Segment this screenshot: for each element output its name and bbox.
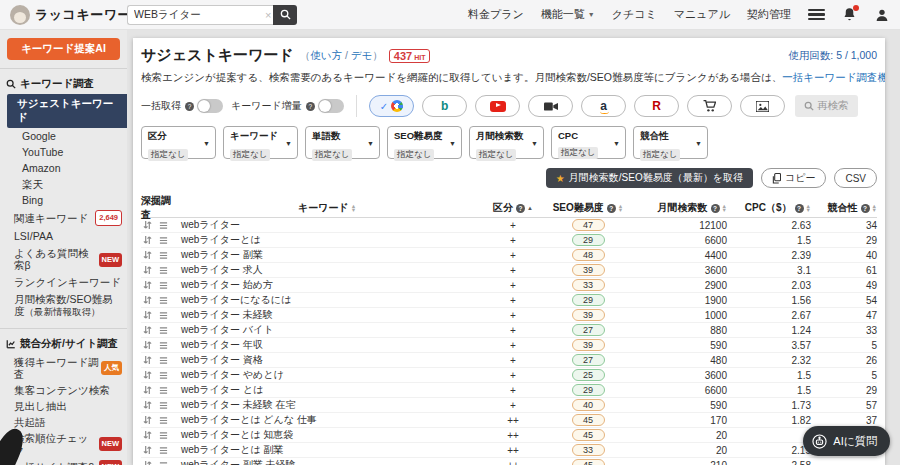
filter-dropdown[interactable]: CPC 指定なし ▼ — [551, 126, 626, 159]
dig-deeper-icon[interactable] — [143, 310, 152, 320]
row-menu-icon[interactable] — [159, 356, 168, 365]
engine-tab-google-image[interactable] — [740, 95, 785, 117]
col-cpc[interactable]: CPC（$）?▲▼ — [727, 201, 811, 215]
nav-reviews[interactable]: クチコミ — [612, 7, 657, 22]
sidebar-item[interactable]: 一括サイト調査β NEW — [0, 458, 127, 465]
row-menu-icon[interactable] — [159, 461, 168, 465]
keyword-cell[interactable]: webライター 副業 — [177, 248, 477, 262]
keyword-cell[interactable]: webライターとは どんな 仕事 — [177, 413, 477, 427]
col-kubun[interactable]: 区分?▲ — [477, 201, 549, 215]
info-icon[interactable]: ? — [861, 204, 870, 213]
sidebar-item[interactable]: 共起語 — [0, 414, 127, 430]
keyword-cell[interactable]: webライター 副業 未経験 — [177, 458, 477, 465]
dig-deeper-icon[interactable] — [143, 280, 152, 290]
dig-deeper-icon[interactable] — [143, 325, 152, 335]
filter-dropdown[interactable]: 月間検索数 指定なし ▼ — [469, 126, 544, 159]
keyword-cell[interactable]: webライターになるには — [177, 293, 477, 307]
keyword-cell[interactable]: webライター 始め方 — [177, 278, 477, 292]
keyword-cell[interactable]: webライター バイト — [177, 323, 477, 337]
sidebar-engine-item[interactable]: 楽天 — [0, 176, 127, 192]
keyword-cell[interactable]: webライターとは 知恵袋 — [177, 428, 477, 442]
dig-deeper-icon[interactable] — [143, 430, 152, 440]
col-difficulty[interactable]: SEO難易度?▲▼ — [549, 201, 627, 215]
bulk-research-link[interactable]: 一括キーワード調査機能 — [782, 71, 885, 83]
info-icon[interactable]: ? — [795, 204, 804, 213]
row-menu-icon[interactable] — [159, 371, 168, 380]
row-menu-icon[interactable] — [159, 416, 168, 425]
nav-pricing[interactable]: 料金プラン — [468, 7, 524, 22]
dig-deeper-icon[interactable] — [143, 220, 152, 230]
nav-manual[interactable]: マニュアル — [674, 7, 730, 22]
engine-tab-bing[interactable]: b — [422, 95, 467, 117]
nav-features[interactable]: 機能一覧▼ — [541, 7, 595, 22]
row-menu-icon[interactable] — [159, 221, 168, 230]
keyword-cell[interactable]: webライター やめとけ — [177, 368, 477, 382]
keyword-cell[interactable]: webライター 未経験 在宅 — [177, 398, 477, 412]
row-menu-icon[interactable] — [159, 401, 168, 410]
keyword-ai-button[interactable]: キーワード提案AI — [7, 38, 120, 60]
row-menu-icon[interactable] — [159, 266, 168, 275]
keyword-cell[interactable]: webライター — [177, 218, 477, 232]
sidebar-engine-item[interactable]: YouTube — [0, 144, 127, 160]
sidebar-item[interactable]: LSI/PAA — [0, 228, 127, 245]
sidebar-item[interactable]: 関連キーワード 2,649 — [0, 208, 127, 228]
engine-tab-google[interactable]: ✓ — [369, 95, 414, 117]
dig-deeper-icon[interactable] — [143, 355, 152, 365]
col-volume[interactable]: 月間検索数?▲▼ — [627, 201, 727, 215]
search-button[interactable] — [273, 5, 297, 25]
engine-tab-google-video[interactable] — [528, 95, 573, 117]
row-menu-icon[interactable] — [159, 386, 168, 395]
filter-dropdown[interactable]: 競合性 指定なし ▼ — [633, 126, 708, 159]
dig-deeper-icon[interactable] — [143, 340, 152, 350]
row-menu-icon[interactable] — [159, 326, 168, 335]
info-icon[interactable]: ? — [306, 102, 315, 111]
row-menu-icon[interactable] — [159, 341, 168, 350]
row-menu-icon[interactable] — [159, 236, 168, 245]
row-menu-icon[interactable] — [159, 446, 168, 455]
dig-deeper-icon[interactable] — [143, 445, 152, 455]
info-icon[interactable]: ? — [711, 204, 720, 213]
menu-icon[interactable] — [808, 9, 825, 20]
howto-link[interactable]: 使い方 — [310, 49, 342, 61]
sidebar-item[interactable]: よくある質問検索β NEW — [0, 245, 127, 274]
sidebar-engine-item[interactable]: Amazon — [0, 160, 127, 176]
clear-search-icon[interactable]: × — [265, 9, 271, 21]
dig-deeper-icon[interactable] — [143, 400, 152, 410]
logo[interactable]: ラッコキーワード — [10, 5, 125, 25]
notifications-bell[interactable] — [842, 7, 857, 22]
keyword-cell[interactable]: webライター 未経験 — [177, 308, 477, 322]
info-icon[interactable]: ? — [516, 204, 525, 213]
bulk-fetch-toggle[interactable] — [197, 99, 223, 113]
engine-tab-youtube[interactable] — [475, 95, 520, 117]
dig-deeper-icon[interactable] — [143, 250, 152, 260]
sidebar-item-suggest-keyword[interactable]: サジェストキーワード — [7, 94, 127, 128]
filter-dropdown[interactable]: キーワード 指定なし ▼ — [223, 126, 298, 159]
keyword-cell[interactable]: webライターとは — [177, 233, 477, 247]
sidebar-item[interactable]: 月間検索数/SEO難易度（最新情報取得） — [0, 291, 127, 320]
keyword-cell[interactable]: webライター 求人 — [177, 263, 477, 277]
dig-deeper-icon[interactable] — [143, 460, 152, 465]
sidebar-item[interactable]: 獲得キーワード調査 人気 — [0, 354, 127, 382]
copy-button[interactable]: コピー — [761, 168, 826, 188]
csv-button[interactable]: CSV — [834, 168, 877, 188]
col-competition[interactable]: 競合性?▲▼ — [811, 201, 877, 215]
keyword-boost-toggle[interactable] — [318, 99, 344, 113]
row-menu-icon[interactable] — [159, 311, 168, 320]
row-menu-icon[interactable] — [159, 281, 168, 290]
sidebar-item[interactable]: ランクインキーワード — [0, 274, 127, 291]
filter-dropdown[interactable]: 単語数 指定なし ▼ — [305, 126, 380, 159]
filter-dropdown[interactable]: SEO難易度 指定なし ▼ — [387, 126, 462, 159]
engine-tab-amazon[interactable]: a — [581, 95, 626, 117]
filter-dropdown[interactable]: 区分 指定なし ▼ — [141, 126, 216, 159]
keyword-cell[interactable]: webライター とは — [177, 383, 477, 397]
keyword-cell[interactable]: webライターとは 副業 — [177, 443, 477, 457]
row-menu-icon[interactable] — [159, 431, 168, 440]
fetch-latest-button[interactable]: ★ 月間検索数/SEO難易度（最新）を取得 — [546, 168, 753, 188]
engine-tab-rakuten[interactable]: R — [634, 95, 679, 117]
engine-tab-yahoo-shopping[interactable] — [687, 95, 732, 117]
dig-deeper-icon[interactable] — [143, 385, 152, 395]
row-menu-icon[interactable] — [159, 251, 168, 260]
dig-deeper-icon[interactable] — [143, 415, 152, 425]
sidebar-item[interactable]: 集客コンテンツ検索 — [0, 382, 127, 398]
info-icon[interactable]: ? — [607, 204, 616, 213]
